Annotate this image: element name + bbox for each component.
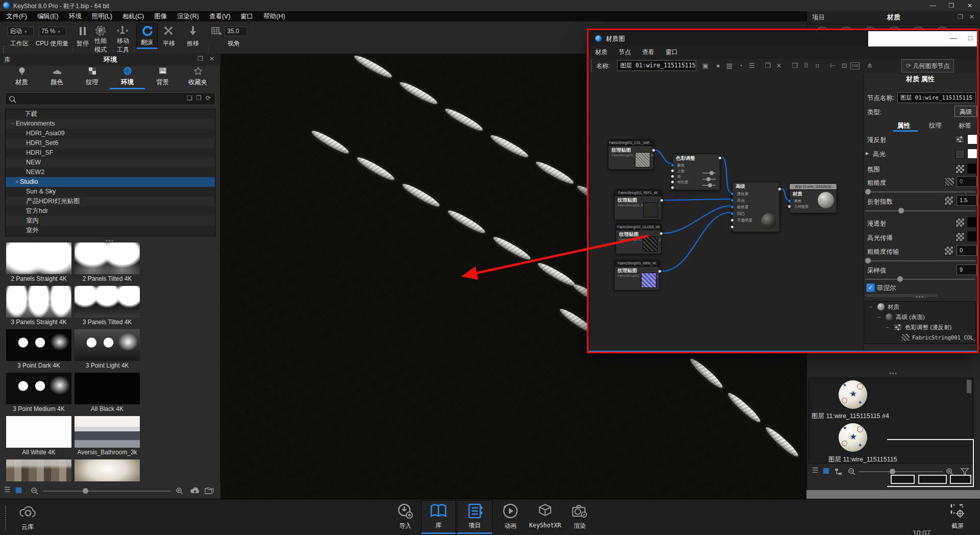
menu-file[interactable]: 文件(F) [6, 12, 27, 21]
tab-environments[interactable]: 环境 [110, 67, 145, 89]
thumbnail-cell[interactable]: All Black 4K [75, 373, 140, 412]
dolly-label[interactable]: 推移 [182, 39, 204, 48]
grid-view-icon[interactable]: ▦ [823, 466, 829, 474]
thumbnail-cell[interactable]: 3 Panels Tilted 4K [75, 286, 140, 326]
material-item-label[interactable]: 图层 11:wire_115115115 #4 [812, 412, 889, 421]
tree-item[interactable]: 室外 [6, 226, 215, 235]
menu-lighting[interactable]: 照明(L) [92, 12, 112, 21]
thumbnail-cell[interactable]: 2 Panels Straight 4K [6, 242, 71, 282]
list-view-icon[interactable]: ☰ [4, 485, 11, 494]
output-port[interactable] [652, 149, 655, 152]
performance-mode-label[interactable]: 性能模式 [91, 37, 110, 54]
thumbnail-cell[interactable] [6, 459, 71, 481]
thumbnail-cell[interactable]: Aversis_Bathroom_3k [75, 416, 140, 456]
tree-item[interactable]: Sun & Sky [6, 187, 215, 197]
goto-folder-icon[interactable]: ❏ [187, 94, 192, 102]
tree-item-selected[interactable]: +Studio [6, 177, 215, 187]
node-texture-refl[interactable]: FabricString001_REFL_4K 纹理贴图 FabricStrin… [614, 189, 662, 220]
start-dropdown[interactable]: 启动▾ [7, 27, 34, 36]
minimize-button[interactable]: — [924, 0, 942, 11]
node-advanced-material[interactable]: 高级 漫反射 高光 粗糙度 凹凸 不透明度 · [732, 182, 780, 232]
material-ball-item[interactable]: ★ ★ ★ [839, 380, 867, 409]
thumbnail-cell[interactable]: 3 Point Light 4K [75, 329, 140, 369]
project-dock-button[interactable]: 项目 [457, 500, 493, 534]
zoom-out-icon[interactable] [31, 487, 39, 495]
cpu-usage-dropdown[interactable]: 75 %▾ [39, 27, 66, 36]
render-button[interactable]: 渲染 [566, 502, 594, 530]
keyshotxr-button[interactable]: KeyShotXR [527, 502, 564, 529]
tab-colors[interactable]: 颜色 [39, 67, 75, 89]
thumbnail-cell[interactable] [75, 459, 140, 481]
grid-view-icon[interactable]: ▦ [15, 485, 22, 494]
output-port[interactable] [660, 199, 664, 202]
menu-render[interactable]: 渲染(R) [177, 12, 199, 21]
thumbnail-cell[interactable]: 3 Panels Straight 4K [6, 286, 71, 326]
thumbnail-size-slider[interactable] [43, 491, 171, 492]
tree-item[interactable]: HDRI_Set6 [6, 138, 215, 148]
menu-camera[interactable]: 相机(C) [122, 12, 144, 21]
menu-image[interactable]: 图像 [154, 12, 167, 21]
pan-icon[interactable] [162, 25, 175, 39]
tree-item[interactable]: NEW [6, 158, 215, 167]
menu-help[interactable]: 帮助(H) [263, 12, 285, 21]
menu-environment[interactable]: 环境 [69, 12, 82, 21]
node-texture-nrm[interactable]: FabricString001_NRM_4K 纹理贴图 FabricString… [614, 260, 660, 290]
library-undock-icon[interactable]: ❐ [198, 55, 203, 62]
tree-item[interactable]: HDRI_Asia09 [6, 129, 215, 138]
upload-icon[interactable] [190, 487, 200, 495]
tree-item[interactable]: 室内 [6, 216, 215, 226]
dolly-icon[interactable] [187, 25, 199, 39]
library-close-icon[interactable]: ✕ [209, 55, 214, 62]
thumbnail-cell[interactable]: 2 Panels Tilted 4K [75, 242, 140, 282]
folder-icon[interactable]: ❐ [196, 94, 202, 102]
list-view-icon[interactable]: ☰ [812, 466, 819, 474]
import-button[interactable]: 导入 [391, 502, 420, 530]
screenshot-button[interactable]: 截屏 [943, 502, 972, 530]
thumbnail-cell[interactable]: 3 Point Medium 4K [6, 373, 71, 412]
animation-button[interactable]: 动画 [496, 502, 525, 530]
pause-icon[interactable] [78, 26, 88, 38]
fov-value-input[interactable]: 35.0 [225, 27, 247, 36]
node-texture-gloss[interactable]: FabricString001_GLOSS_4K 纹理贴图 FabricStri… [616, 224, 662, 254]
tab-textures[interactable]: 纹理 [75, 67, 110, 89]
dock-grip[interactable] [5, 505, 6, 530]
tree-item[interactable]: 下载 [6, 109, 215, 119]
output-port[interactable] [778, 187, 781, 191]
node-texture-col[interactable]: FabricString001_COL_VAR… 纹理贴图 FabricStri… [608, 139, 654, 170]
output-port[interactable] [718, 156, 722, 160]
move-tool-label[interactable]: 移动工具 [113, 37, 133, 54]
node-color-adjust[interactable]: 色彩调整 颜色 上色 值 对比度 · [672, 154, 720, 190]
pan-label[interactable]: 平移 [158, 39, 180, 48]
tab-backplates[interactable]: 背景 [145, 67, 180, 89]
tree-item[interactable]: 产品HDRI灯光贴图 [6, 197, 215, 206]
thumbnail-cell[interactable]: All White 4K [6, 416, 71, 456]
library-dock-button[interactable]: 库 [421, 500, 456, 534]
menu-window[interactable]: 窗口 [240, 12, 253, 21]
tab-materials[interactable]: 材质 [4, 67, 39, 89]
tree-view-icon[interactable] [835, 468, 843, 476]
tree-item[interactable]: HDRI_SF [6, 148, 215, 158]
tab-favorites[interactable]: 收藏夹 [180, 67, 215, 89]
project-undock-icon[interactable]: ❐ [958, 13, 963, 20]
refresh-icon[interactable]: ⟳ [206, 94, 211, 102]
thumbnail-cell[interactable]: 3 Point Dark 4K [6, 329, 71, 369]
tree-item[interactable]: −Environments [6, 119, 215, 129]
maximize-button[interactable]: ❐ [942, 0, 961, 11]
tree-item[interactable]: 官方hdr [6, 206, 215, 216]
close-button[interactable]: ✕ [961, 0, 979, 11]
search-input[interactable] [19, 94, 164, 102]
import-folder-icon[interactable] [204, 487, 214, 495]
node-material-root[interactable]: 图层 01:wire_115115115 材质 表面 几何图形 [789, 183, 837, 213]
menu-edit[interactable]: 编辑(E) [37, 12, 59, 21]
zoom-in-icon[interactable] [176, 487, 184, 495]
input-port[interactable]: 颜色 [673, 162, 720, 168]
zoom-out-icon[interactable] [848, 468, 856, 476]
input-port[interactable]: 高光 [732, 197, 779, 204]
slider-knob[interactable] [83, 488, 88, 494]
material-ball-item[interactable]: ★ ★ ★ [839, 423, 867, 452]
tree-item[interactable]: NEW2 [6, 167, 215, 177]
input-port[interactable]: 对比度 [673, 179, 720, 185]
output-port[interactable] [658, 270, 662, 273]
cloud-library-button[interactable]: 云库 [12, 503, 43, 531]
search-box[interactable] [5, 92, 215, 105]
